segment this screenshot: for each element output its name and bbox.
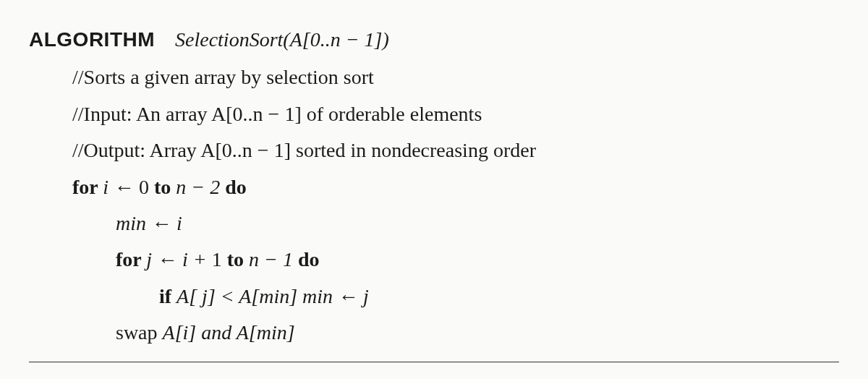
swap-line: swap A[i] and A[min]: [29, 315, 839, 351]
kw-for: for: [72, 176, 103, 198]
outer-for-start: 0: [139, 176, 154, 198]
min-assign-text: min ← i: [116, 212, 182, 234]
swap-expr: A[i] and A[min]: [163, 321, 295, 344]
swap-word: swap: [116, 321, 163, 344]
if-cond: A[ j] < A[min] min ← j: [176, 285, 369, 307]
kw-do: do: [225, 176, 247, 198]
kw-if: if: [159, 285, 176, 307]
inner-for-end: n − 1: [249, 248, 298, 271]
algorithm-header: ALGORITHM SelectionSort(A[0..n − 1]): [29, 22, 839, 58]
algorithm-name: SelectionSort: [175, 28, 283, 51]
inner-for-start: 1: [212, 248, 227, 271]
outer-for-line: for i ← 0 to n − 2 do: [29, 169, 839, 205]
kw-do-inner: do: [298, 248, 320, 271]
kw-to: to: [154, 176, 176, 198]
comment-input: //Input: An array A[0..n − 1] of orderab…: [29, 96, 839, 132]
algorithm-keyword: ALGORITHM: [29, 28, 155, 51]
inner-for-var: j ← i +: [146, 248, 211, 271]
comment-output: //Output: Array A[0..n − 1] sorted in no…: [29, 132, 839, 169]
if-line: if A[ j] < A[min] min ← j: [29, 278, 839, 315]
comment-output-text: //Output: Array A[0..n − 1] sorted in no…: [72, 139, 536, 161]
comment-description: //Sorts a given array by selection sort: [29, 59, 839, 95]
comment-input-text: //Input: An array A[0..n − 1] of orderab…: [72, 103, 482, 125]
bottom-rule: [29, 362, 839, 362]
kw-for-inner: for: [116, 248, 146, 271]
min-assignment: min ← i: [29, 205, 839, 242]
algorithm-arg: (A[0..n − 1]): [283, 28, 388, 51]
kw-to-inner: to: [227, 248, 249, 271]
outer-for-end: n − 2: [176, 176, 225, 198]
inner-for-line: for j ← i + 1 to n − 1 do: [29, 242, 839, 278]
outer-for-var: i ←: [103, 176, 139, 198]
